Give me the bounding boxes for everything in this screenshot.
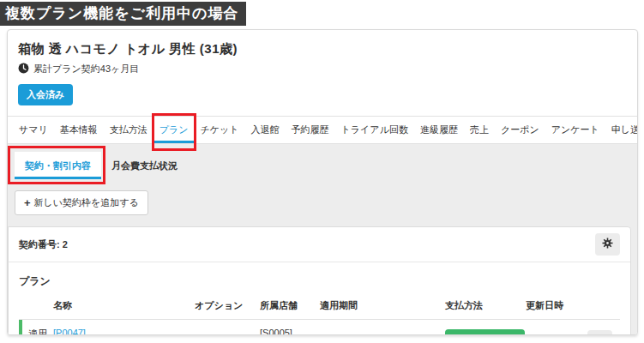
payment-method-button[interactable]: カード決済	[445, 329, 525, 335]
edit-plan-button[interactable]	[587, 330, 612, 335]
subtab-contract-discount[interactable]: 契約・割引内容	[15, 152, 101, 179]
contract-card: 契約番号: 2	[8, 226, 631, 335]
tenure-text: 累計プラン契約43ヶ月目	[33, 63, 139, 75]
member-name: 箱物 透 ハコモノ トオル 男性 (31歳)	[18, 41, 627, 57]
plan-table: 名称 オプション 所属店舗 適用期間 支払方法 更新日時 適用中	[19, 298, 620, 335]
active-plan-marker	[19, 320, 22, 335]
store-code: [S0005]	[260, 327, 320, 335]
contract-settings-button[interactable]	[595, 233, 620, 256]
tab-promotion-history[interactable]: 進級履歴	[414, 117, 464, 143]
plan-store-cell: [S0005] 原宿店	[260, 327, 320, 335]
plan-name-cell: [P0047] 平日デイタイム月2回繰越プラン	[53, 327, 195, 335]
col-payment: 支払方法	[445, 299, 526, 312]
tab-sales[interactable]: 売上	[464, 117, 495, 143]
member-tabs: サマリ 基本情報 支払方法 プラン チケット 入退館 予約履歴 トライアル回数 …	[8, 116, 637, 144]
add-contract-label: 新しい契約枠を追加する	[34, 196, 139, 209]
tab-survey[interactable]: アンケート	[545, 117, 605, 143]
plan-status: 適用中	[19, 328, 53, 335]
col-period: 適用期間	[320, 299, 445, 312]
plan-table-row: 適用中 [P0047] 平日デイタイム月2回繰越プラン [S0005] 原宿店 …	[19, 320, 620, 335]
tab-payment-method[interactable]: 支払方法	[104, 117, 153, 143]
page: 複数プラン機能をご利用中の場合 箱物 透 ハコモノ トオル 男性 (31歳) 累…	[0, 0, 644, 335]
col-store: 所属店舗	[260, 299, 320, 312]
tab-ticket[interactable]: チケット	[195, 117, 245, 143]
member-card: 箱物 透 ハコモノ トオル 男性 (31歳) 累計プラン契約43ヶ月目 入会済み…	[7, 29, 638, 335]
plan-edit-cell	[587, 330, 620, 335]
plan-table-header: 名称 オプション 所属店舗 適用期間 支払方法 更新日時	[19, 298, 620, 320]
page-heading: 複数プラン機能をご利用中の場合	[0, 2, 246, 26]
tab-summary[interactable]: サマリ	[13, 117, 54, 143]
tab-entry-exit[interactable]: 入退館	[245, 117, 286, 143]
tab-plan[interactable]: プラン	[153, 117, 195, 143]
plus-icon: +	[24, 197, 31, 208]
subtab-monthly-fee-status[interactable]: 月会費支払状況	[101, 152, 188, 179]
clock-icon	[18, 63, 29, 75]
add-contract-button[interactable]: + 新しい契約枠を追加する	[15, 190, 148, 215]
contract-card-body: プラン 名称 オプション 所属店舗 適用期間 支払方法 更新日時	[9, 262, 630, 335]
tab-trial-count[interactable]: トライアル回数	[335, 117, 414, 143]
col-name: 名称	[53, 299, 195, 312]
col-option: オプション	[195, 299, 260, 312]
contract-card-header: 契約番号: 2	[9, 227, 630, 262]
plan-code-link[interactable]: [P0047]	[53, 327, 195, 335]
col-updated: 更新日時	[526, 299, 587, 312]
tab-handover[interactable]: 申し送り	[605, 117, 638, 143]
edit-icon	[594, 334, 605, 335]
contract-number: 契約番号: 2	[19, 238, 68, 251]
plan-section-title: プラン	[19, 274, 620, 289]
plan-tab-content: 契約・割引内容 月会費支払状況 + 新しい契約枠を追加する 契約番号: 2	[8, 144, 637, 335]
gear-icon	[602, 238, 613, 251]
status-badge: 入会済み	[18, 84, 73, 105]
member-header: 箱物 透 ハコモノ トオル 男性 (31歳) 累計プラン契約43ヶ月目 入会済み	[8, 30, 637, 116]
payment-method-label: カード決済	[469, 334, 517, 335]
tab-coupon[interactable]: クーポン	[495, 117, 545, 143]
tenure-line: 累計プラン契約43ヶ月目	[18, 63, 627, 75]
plan-payment-cell: カード決済	[445, 329, 526, 335]
tab-reservation-history[interactable]: 予約履歴	[286, 117, 335, 143]
tab-basic-info[interactable]: 基本情報	[54, 117, 104, 143]
credit-card-icon	[453, 334, 465, 335]
plan-subtabs: 契約・割引内容 月会費支払状況	[8, 152, 637, 179]
